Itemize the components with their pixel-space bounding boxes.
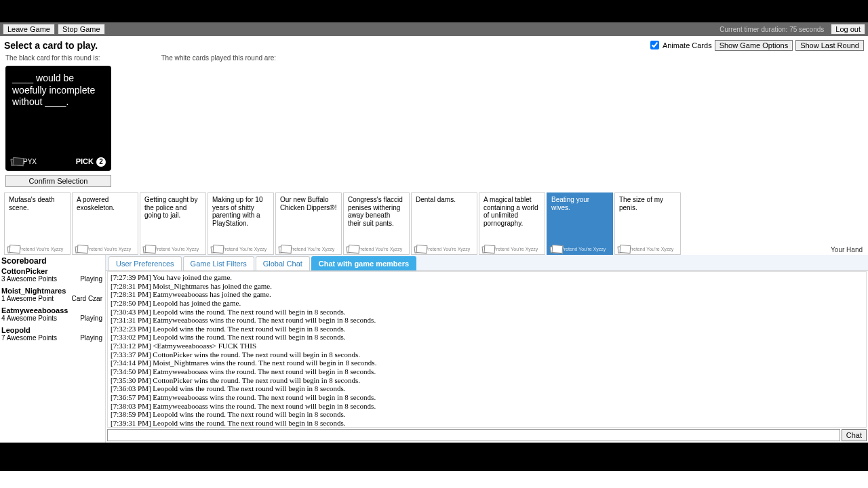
player-points: 3 Awesome Points [1,275,57,283]
hand-card[interactable]: Dental dams.Pretend You're Xyzzy [411,192,477,255]
scoreboard-title: Scoreboard [1,256,102,266]
show-last-round-button[interactable]: Show Last Round [795,40,864,51]
tab-game-chat[interactable]: Chat with game members [311,256,416,270]
timer-label: Current timer duration: 75 seconds [719,26,824,33]
hand-card[interactable]: Getting caught by the police and going t… [140,192,206,255]
hand-card[interactable]: Mufasa's death scene.Pretend You're Xyzz… [4,192,71,255]
chat-send-button[interactable]: Chat [842,429,867,441]
card-watermark: Pretend You're Xyzzy [618,246,673,253]
scoreboard-row: Moist_Nightmares1 Awesome PointCard Czar [1,287,102,302]
hand-card[interactable]: Our new Buffalo Chicken Dippers®!Pretend… [275,192,342,255]
animate-cards-label: Animate Cards [663,41,712,49]
card-watermark: Pretend You're Xyzzy [211,246,267,253]
card-stack-icon [414,245,425,253]
hand-card[interactable]: The size of my penis.Pretend You're Xyzz… [614,192,681,255]
card-stack-icon [143,245,153,253]
player-status: Card Czar [71,295,102,302]
card-watermark: Pretend You're Xyzzy [75,246,131,253]
chat-line: [7:38:03 PM] Eatmyweeabooass wins the ro… [111,402,863,411]
letterbox-bottom [0,443,868,471]
black-card: ____ would be woefully incomplete withou… [5,66,111,171]
hand-card-text: Beating your wives. [551,196,608,211]
player-name: Leopold [1,326,102,334]
hand-card-text: The size of my penis. [619,196,676,211]
chat-line: [7:33:02 PM] Leopold wins the round. The… [111,333,863,342]
scoreboard: Scoreboard CottonPicker3 Awesome PointsP… [0,255,105,443]
confirm-selection-button[interactable]: Confirm Selection [5,175,111,187]
chat-line: [7:27:39 PM] You have joined the game. [111,273,863,282]
stop-game-button[interactable]: Stop Game [58,24,105,35]
hand-card[interactable]: Congress's flaccid penises withering awa… [343,192,410,255]
hand-card[interactable]: A magical tablet containing a world of u… [479,192,545,255]
scoreboard-row: Eatmyweeabooass4 Awesome PointsPlaying [1,306,102,322]
player-name: Moist_Nightmares [1,287,102,295]
tab-game-list-filters[interactable]: Game List Filters [183,256,254,270]
player-points: 7 Awesome Points [1,334,57,342]
card-stack-icon [279,245,289,253]
top-toolbar: Leave Game Stop Game Current timer durat… [0,22,868,36]
card-stack-icon [211,245,221,253]
card-watermark: Pretend You're Xyzzy [7,246,63,253]
hand-card-text: Getting caught by the police and going t… [144,196,201,220]
logout-button[interactable]: Log out [831,24,865,35]
leave-game-button[interactable]: Leave Game [3,24,55,35]
chat-line: [7:28:31 PM] Moist_Nightmares has joined… [111,282,863,291]
hand-card[interactable]: Beating your wives.Pretend You're Xyzzy [547,192,613,255]
black-card-set: PYX [23,158,37,167]
chat-line: [7:34:14 PM] Moist_Nightmares wins the r… [111,359,863,367]
card-watermark: Pretend You're Xyzzy [279,246,334,253]
chat-line: [7:28:31 PM] Eatmyweeabooass has joined … [111,290,863,299]
card-stack-icon [7,245,18,253]
hand-row: Mufasa's death scene.Pretend You're Xyzz… [0,191,868,255]
chat-log[interactable]: [7:27:39 PM] You have joined the game.[7… [107,271,867,428]
card-stack-icon [75,245,85,253]
tab-user-preferences[interactable]: User Preferences [108,256,182,270]
player-name: Eatmyweeabooass [1,306,102,314]
animate-cards-toggle[interactable]: Animate Cards [648,39,712,52]
card-watermark: Pretend You're Xyzzy [482,246,538,253]
chat-input[interactable] [107,429,840,441]
card-stack-icon [11,158,21,165]
hand-card-text: Mufasa's death scene. [9,196,66,211]
show-game-options-button[interactable]: Show Game Options [715,40,793,51]
card-stack-icon [618,245,628,253]
player-status: Playing [80,334,102,342]
player-status: Playing [80,275,102,283]
card-stack-icon [482,245,492,253]
chat-tabs: User Preferences Game List Filters Globa… [106,255,868,271]
letterbox-top [0,0,868,22]
chat-line: [7:36:57 PM] Eatmyweeabooass wins the ro… [111,393,863,402]
pick-label: PICK [76,157,94,167]
animate-cards-checkbox[interactable] [650,41,659,49]
chat-line: [7:35:30 PM] CottonPicker wins the round… [111,376,863,385]
card-watermark: Pretend You're Xyzzy [414,246,470,253]
card-stack-icon [550,245,560,253]
chat-line: [7:31:31 PM] Eatmyweeabooass wins the ro… [111,316,863,325]
pick-count: 2 [96,157,106,167]
chat-line: [7:28:50 PM] Leopold has joined the game… [111,299,863,308]
hand-card-text: Congress's flaccid penises withering awa… [348,196,405,227]
tab-global-chat[interactable]: Global Chat [256,256,310,270]
black-card-label: The black card for this round is: [5,54,100,62]
card-watermark: Pretend You're Xyzzy [347,246,402,253]
chat-line: [7:34:50 PM] Eatmyweeabooass wins the ro… [111,367,863,376]
hand-card-text: A magical tablet containing a world of u… [484,196,540,227]
hand-card-text: A powered exoskeleton. [77,196,134,211]
prompt-heading: Select a card to play. [4,40,98,51]
player-points: 1 Awesome Point [1,295,54,302]
white-cards-label: The white cards played this round are: [161,54,277,62]
chat-line: [7:38:59 PM] Leopold wins the round. The… [111,410,863,419]
your-hand-label: Your Hand [831,246,863,253]
chat-line: [7:39:31 PM] Leopold wins the round. The… [111,419,863,428]
scoreboard-row: Leopold7 Awesome PointsPlaying [1,326,102,342]
card-watermark: Pretend You're Xyzzy [550,246,606,253]
card-watermark: Pretend You're Xyzzy [143,246,199,253]
hand-card[interactable]: A powered exoskeleton.Pretend You're Xyz… [72,192,138,255]
chat-line: [7:36:03 PM] Leopold wins the round. The… [111,384,863,393]
hand-card[interactable]: Making up for 10 years of shitty parenti… [208,192,274,255]
chat-line: [7:30:43 PM] Leopold wins the round. The… [111,308,863,317]
hand-card-text: Dental dams. [416,196,473,204]
black-card-text: ____ would be woefully incomplete withou… [12,73,104,108]
card-stack-icon [347,245,357,253]
chat-line: [7:32:23 PM] Leopold wins the round. The… [111,325,863,333]
